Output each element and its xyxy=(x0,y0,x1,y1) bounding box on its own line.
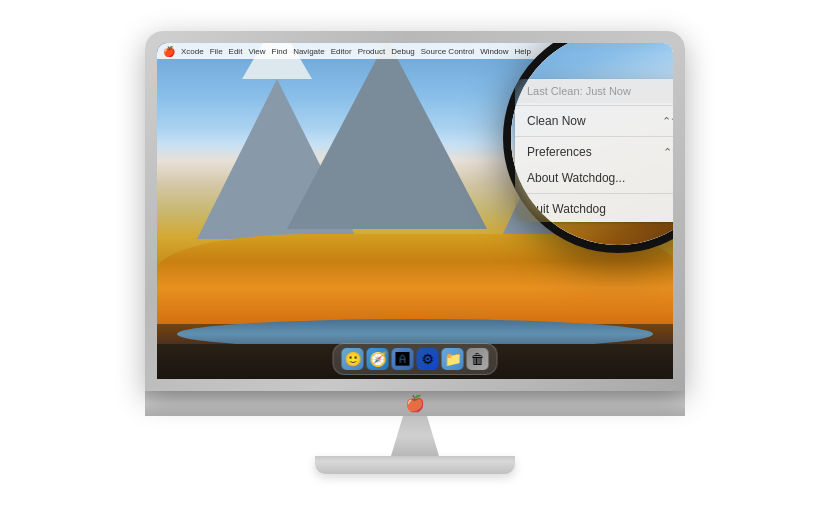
last-clean-label: Last Clean: Just Now xyxy=(527,85,631,97)
menubar-navigate[interactable]: Navigate xyxy=(293,47,325,56)
menubar-file[interactable]: File xyxy=(210,47,223,56)
dock-icon-folder[interactable]: 📁 xyxy=(442,348,464,370)
about-label: About Watchdog... xyxy=(527,171,625,185)
menubar-product[interactable]: Product xyxy=(358,47,386,56)
preferences-shortcut: ⌃⌥⌘P xyxy=(663,146,673,159)
dock: 🙂 🧭 🅰 ⚙ 📁 🗑 xyxy=(333,343,498,375)
apple-logo: 🍎 xyxy=(405,394,425,413)
zoom-magnifier-circle: 🧠 Last Clean: Just Now Clean Now ⌃⌥⌘C xyxy=(503,43,673,253)
scene: 🍎 Xcode File Edit View Find Navigate Edi… xyxy=(0,0,830,522)
menu-separator-1 xyxy=(515,105,673,106)
menu-separator-2 xyxy=(515,136,673,137)
dock-icon-finder[interactable]: 🙂 xyxy=(342,348,364,370)
quit-watchdog-label: Quit Watchdog xyxy=(527,202,606,216)
menubar-find[interactable]: Find xyxy=(272,47,288,56)
dock-icon-appstore[interactable]: 🅰 xyxy=(392,348,414,370)
dock-icon-safari[interactable]: 🧭 xyxy=(367,348,389,370)
clean-now-shortcut: ⌃⌥⌘C xyxy=(662,115,673,128)
menubar-edit[interactable]: Edit xyxy=(229,47,243,56)
imac-screen-bezel: 🍎 Xcode File Edit View Find Navigate Edi… xyxy=(157,43,673,379)
menubar-view[interactable]: View xyxy=(248,47,265,56)
dock-icon-trash[interactable]: 🗑 xyxy=(467,348,489,370)
menu-item-about[interactable]: About Watchdog... xyxy=(515,165,673,191)
snow-peak-center xyxy=(287,43,487,229)
preferences-label: Preferences xyxy=(527,145,592,159)
menubar-window[interactable]: Window xyxy=(480,47,508,56)
imac-base xyxy=(315,456,515,474)
imac-container: 🍎 Xcode File Edit View Find Navigate Edi… xyxy=(135,31,695,491)
menu-item-clean-now[interactable]: Clean Now ⌃⌥⌘C xyxy=(515,108,673,134)
menubar-editor[interactable]: Editor xyxy=(331,47,352,56)
clean-now-label: Clean Now xyxy=(527,114,586,128)
menu-item-preferences[interactable]: Preferences ⌃⌥⌘P xyxy=(515,139,673,165)
menu-item-quit-watchdog[interactable]: Quit Watchdog ⌘Q xyxy=(515,196,673,222)
apple-menu-icon[interactable]: 🍎 xyxy=(163,46,175,57)
menubar-debug[interactable]: Debug xyxy=(391,47,415,56)
imac-chin: 🍎 xyxy=(145,391,685,416)
dock-icon-xcode[interactable]: ⚙ xyxy=(417,348,439,370)
imac-neck xyxy=(385,416,445,456)
dropdown-menu: Last Clean: Just Now Clean Now ⌃⌥⌘C Pref… xyxy=(515,79,673,222)
menu-item-last-clean: Last Clean: Just Now xyxy=(515,79,673,103)
menubar-source-control[interactable]: Source Control xyxy=(421,47,474,56)
zoom-circle-inner: 🧠 Last Clean: Just Now Clean Now ⌃⌥⌘C xyxy=(511,43,673,245)
menubar-app-name[interactable]: Xcode xyxy=(181,47,204,56)
menubar-left: 🍎 Xcode File Edit View Find Navigate Edi… xyxy=(163,46,531,57)
imac-screen-outer: 🍎 Xcode File Edit View Find Navigate Edi… xyxy=(145,31,685,391)
menu-separator-3 xyxy=(515,193,673,194)
